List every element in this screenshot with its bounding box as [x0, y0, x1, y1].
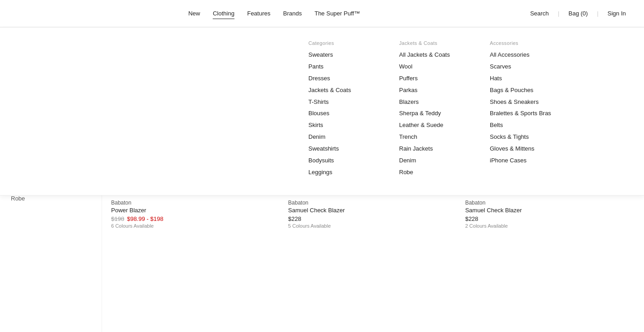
dropdown-link[interactable]: Jackets & Coats: [308, 87, 372, 94]
dropdown-col-jackets-coats: Jackets & CoatsAll Jackets & CoatsWoolPu…: [399, 40, 463, 181]
dropdown-link[interactable]: Sherpa & Teddy: [399, 110, 463, 117]
nav-item-brands[interactable]: Brands: [283, 8, 302, 19]
dropdown-link[interactable]: Trench: [399, 133, 463, 141]
product-info: BabatonPower Blazer$198$98.99 - $1986 Co…: [111, 195, 281, 230]
product-brand: Babaton: [111, 200, 281, 206]
dropdown-link[interactable]: Scarves: [490, 63, 553, 71]
product-name: Samuel Check Blazer: [288, 207, 458, 214]
price-regular: $228: [288, 215, 301, 222]
header: NewClothingFeaturesBrandsThe Super Puff™…: [0, 0, 644, 27]
header-action-search[interactable]: Search: [530, 10, 549, 17]
nav-item-new[interactable]: New: [188, 8, 200, 19]
dropdown-link[interactable]: Puffers: [399, 75, 463, 83]
dropdown-link[interactable]: Leather & Suede: [399, 122, 463, 129]
product-name: Power Blazer: [111, 207, 281, 214]
dropdown-col-header-jackets-coats: Jackets & Coats: [399, 40, 463, 46]
product-price: $198$98.99 - $198: [111, 215, 281, 222]
product-price: $228: [288, 215, 458, 222]
main-nav: NewClothingFeaturesBrandsThe Super Puff™: [188, 8, 360, 19]
product-brand: Babaton: [288, 200, 458, 206]
dropdown-link[interactable]: Skirts: [308, 122, 372, 129]
dropdown-link[interactable]: All Jackets & Coats: [399, 51, 463, 59]
dropdown-menu: CategoriesSweatersPantsDressesJackets & …: [0, 27, 644, 195]
dropdown-link[interactable]: Bodysuits: [308, 157, 372, 165]
dropdown-link[interactable]: Belts: [490, 122, 553, 129]
product-info: BabatonSamuel Check Blazer$2285 Colours …: [288, 195, 458, 230]
dropdown-link[interactable]: Gloves & Mittens: [490, 145, 553, 153]
dropdown-link[interactable]: Pants: [308, 63, 372, 71]
dropdown-link[interactable]: T-Shirts: [308, 98, 372, 106]
dropdown-link[interactable]: Denim: [308, 133, 372, 141]
dropdown-link[interactable]: Hats: [490, 75, 553, 83]
dropdown-link[interactable]: Sweatshirts: [308, 145, 372, 153]
dropdown-col-header-accessories: Accessories: [490, 40, 553, 46]
header-action-signin[interactable]: Sign In: [608, 10, 626, 17]
dropdown-link[interactable]: Socks & Tights: [490, 133, 553, 141]
dropdown-link[interactable]: Bralettes & Sports Bras: [490, 110, 553, 117]
product-price: $228: [465, 215, 635, 222]
product-colors: 6 Colours Available: [111, 223, 281, 229]
dropdown-link[interactable]: Leggings: [308, 169, 372, 176]
header-divider: |: [597, 10, 598, 17]
nav-item-features[interactable]: Features: [247, 8, 270, 19]
product-name: Samuel Check Blazer: [465, 207, 635, 214]
dropdown-link[interactable]: Wool: [399, 63, 463, 71]
dropdown-link[interactable]: Dresses: [308, 75, 372, 83]
price-original: $198: [111, 215, 124, 222]
header-actions: Search|Bag (0)|Sign In: [530, 10, 626, 17]
dropdown-link[interactable]: Blouses: [308, 110, 372, 117]
product-colors: 2 Colours Available: [465, 223, 635, 229]
dropdown-link[interactable]: Parkas: [399, 87, 463, 94]
nav-item-clothing[interactable]: Clothing: [213, 8, 234, 19]
product-brand: Babaton: [465, 200, 635, 206]
price-sale: $98.99 - $198: [127, 215, 163, 222]
dropdown-col-header-categories: Categories: [308, 40, 372, 46]
price-regular: $228: [465, 215, 478, 222]
dropdown-link[interactable]: Rain Jackets: [399, 145, 463, 153]
product-info: BabatonSamuel Check Blazer$2282 Colours …: [465, 195, 635, 230]
nav-item-superpuff[interactable]: The Super Puff™: [314, 8, 360, 19]
product-colors: 5 Colours Available: [288, 223, 458, 229]
dropdown-link[interactable]: Bags & Pouches: [490, 87, 553, 94]
dropdown-link[interactable]: Sweaters: [308, 51, 372, 59]
dropdown-link[interactable]: Robe: [399, 169, 463, 176]
dropdown-link[interactable]: iPhone Cases: [490, 157, 553, 165]
dropdown-link[interactable]: All Accessories: [490, 51, 553, 59]
header-action-bag[interactable]: Bag (0): [568, 10, 588, 17]
dropdown-inner: CategoriesSweatersPantsDressesJackets & …: [91, 40, 553, 181]
dropdown-link[interactable]: Blazers: [399, 98, 463, 106]
header-divider: |: [558, 10, 559, 17]
dropdown-col-accessories: AccessoriesAll AccessoriesScarvesHatsBag…: [490, 40, 553, 181]
dropdown-link[interactable]: Shoes & Sneakers: [490, 98, 553, 106]
dropdown-col-categories: CategoriesSweatersPantsDressesJackets & …: [308, 40, 372, 181]
dropdown-link[interactable]: Denim: [399, 157, 463, 165]
